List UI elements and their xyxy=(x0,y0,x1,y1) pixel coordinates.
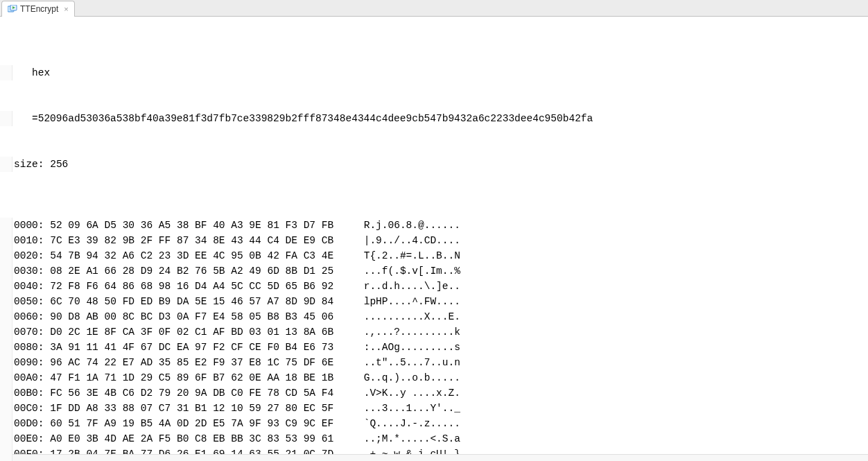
bottom-separator xyxy=(12,454,868,461)
size-line: size: 256 xyxy=(12,157,68,172)
hex-dump-row: 0050: 6C 70 48 50 FD ED B9 DA 5E 15 46 5… xyxy=(12,294,460,309)
hex-value: =52096ad53036a538bf40a39e81f3d7fb7ce3398… xyxy=(12,111,593,126)
hex-dump-row: 0060: 90 D8 AB 00 8C BC D3 0A F7 E4 58 0… xyxy=(12,309,460,324)
tab-label: TTEncrypt xyxy=(20,4,58,14)
tab-bar: TTEncrypt × xyxy=(0,0,868,17)
close-icon[interactable]: × xyxy=(64,5,68,13)
hex-dump-row: 0090: 96 AC 74 22 E7 AD 35 85 E2 F9 37 E… xyxy=(12,355,460,370)
hex-dump-row: 00A0: 47 F1 1A 71 1D 29 C5 89 6F B7 62 0… xyxy=(12,370,460,385)
hex-dump-row: 00B0: FC 56 3E 4B C6 D2 79 20 9A DB C0 F… xyxy=(12,385,460,401)
hex-dump-row: 00D0: 60 51 7F A9 19 B5 4A 0D 2D E5 7A 9… xyxy=(12,416,460,431)
hex-dump-row: 0070: D0 2C 1E 8F CA 3F 0F 02 C1 AF BD 0… xyxy=(12,324,460,340)
hex-dump-row: 00E0: A0 E0 3B 4D AE 2A F5 B0 C8 EB BB 3… xyxy=(12,431,460,446)
hex-dump-row: 0080: 3A 91 11 41 4F 67 DC EA 97 F2 CF C… xyxy=(12,340,460,355)
console-output: hex =52096ad53036a538bf40a39e81f3d7fb7ce… xyxy=(0,17,868,461)
hex-dump-row: 0030: 08 2E A1 66 28 D9 24 B2 76 5B A2 4… xyxy=(12,263,460,279)
hex-dump-row: 0040: 72 F8 F6 64 86 68 98 16 D4 A4 5C C… xyxy=(12,279,460,294)
hex-dump-row: 0000: 52 09 6A D5 30 36 A5 38 BF 40 A3 9… xyxy=(12,218,460,233)
run-config-icon xyxy=(8,5,17,13)
hex-dump-row: 00C0: 1F DD A8 33 88 07 C7 31 B1 12 10 5… xyxy=(12,401,460,416)
hex-dump-row: 0010: 7C E3 39 82 9B 2F FF 87 34 8E 43 4… xyxy=(12,233,460,248)
tab-ttencrypt[interactable]: TTEncrypt × xyxy=(1,1,75,17)
hex-dump-row: 0020: 54 7B 94 32 A6 C2 23 3D EE 4C 95 0… xyxy=(12,248,460,263)
hex-label: hex xyxy=(12,65,50,80)
